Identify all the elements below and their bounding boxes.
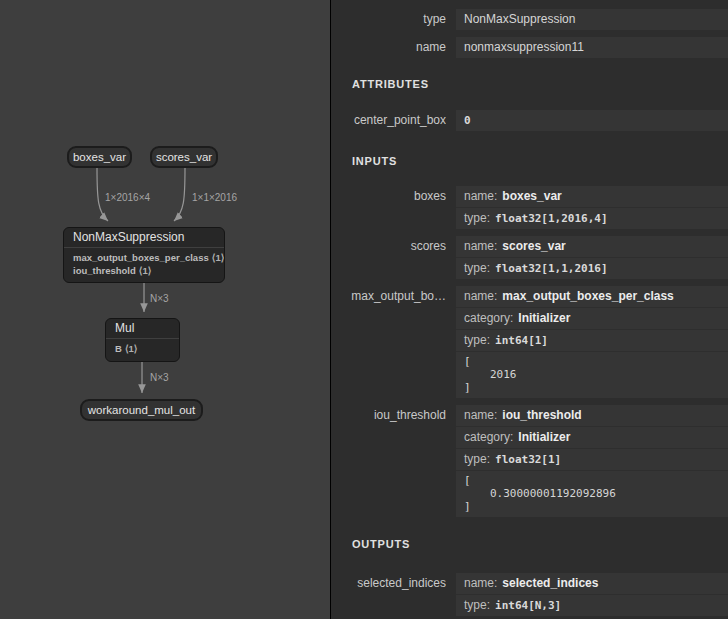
- tensor-type-line: type:float32[1]: [456, 448, 728, 470]
- selected-indices-value-box[interactable]: name:selected_indices type:int64[N,3]: [456, 573, 728, 616]
- property-row-type: type NonMaxSuppression: [331, 9, 728, 30]
- key-type: type:: [464, 333, 490, 347]
- key-category: category:: [464, 430, 513, 444]
- attr-name: max_output_boxes_per_class: [73, 252, 209, 263]
- center-point-box-value-box[interactable]: 0: [456, 110, 728, 131]
- graph-node-boxes-var[interactable]: boxes_var: [67, 146, 132, 168]
- tensor-category-line: category:Initializer: [456, 307, 728, 329]
- property-row-name: name nonmaxsuppression11: [331, 37, 728, 58]
- input-row-max-output-boxes-per-class: max_output_bo… name:max_output_boxes_per…: [331, 286, 728, 398]
- tensor-type: int64[N,3]: [495, 599, 561, 612]
- attr-count: ⟨1⟩: [212, 252, 225, 263]
- graph-canvas[interactable]: boxes_var scores_var 1×2016×4 1×1×2016 N…: [0, 0, 331, 619]
- node-label: scores_var: [156, 151, 212, 163]
- input-label: max_output_bo…: [331, 286, 446, 307]
- tensor-value: 2016: [464, 368, 728, 381]
- node-attr: max_output_boxes_per_class⟨1⟩: [73, 252, 215, 265]
- tensor-name: max_output_boxes_per_class: [502, 289, 673, 303]
- node-properties-panel: type NonMaxSuppression name nonmaxsuppre…: [331, 0, 728, 619]
- node-title: Mul: [106, 319, 179, 339]
- key-type: type:: [464, 261, 490, 275]
- tensor-name: selected_indices: [502, 576, 598, 590]
- type-value: NonMaxSuppression: [456, 9, 728, 30]
- graph-node-workaround-mul-out[interactable]: workaround_mul_out: [80, 399, 203, 421]
- tensor-value-block: [ 0.30000001192092896 ]: [456, 470, 728, 517]
- bracket-open: [: [464, 355, 728, 368]
- tensor-name-line: name:selected_indices: [456, 573, 728, 594]
- tensor-type: int64[1]: [495, 334, 548, 347]
- name-value: nonmaxsuppression11: [456, 37, 728, 58]
- bracket-open: [: [464, 474, 728, 487]
- tensor-category: Initializer: [518, 311, 570, 325]
- scores-value-box[interactable]: name:scores_var type:float32[1,1,2016]: [456, 236, 728, 279]
- tensor-name: boxes_var: [502, 189, 561, 203]
- node-attr: B⟨1⟩: [115, 343, 170, 356]
- input-label: scores: [331, 236, 446, 257]
- bracket-close: ]: [464, 381, 728, 394]
- graph-edges: [0, 0, 331, 619]
- attr-name: B: [115, 343, 122, 354]
- tensor-category: Initializer: [518, 430, 570, 444]
- attribute-value-text: 0: [464, 114, 471, 127]
- graph-node-scores-var[interactable]: scores_var: [150, 146, 218, 168]
- edge-shape-label: 1×2016×4: [105, 192, 150, 203]
- tensor-name-line: name:max_output_boxes_per_class: [456, 286, 728, 307]
- name-value-text: nonmaxsuppression11: [464, 40, 584, 54]
- section-title-outputs: OUTPUTS: [352, 538, 728, 550]
- output-row-selected-indices: selected_indices name:selected_indices t…: [331, 573, 728, 616]
- tensor-type-line: type:int64[1]: [456, 329, 728, 351]
- attr-count: ⟨1⟩: [125, 343, 138, 354]
- node-label: workaround_mul_out: [88, 404, 195, 416]
- section-title-attributes: ATTRIBUTES: [352, 78, 728, 90]
- graph-node-mul[interactable]: Mul B⟨1⟩: [105, 318, 180, 362]
- property-label-type: type: [331, 9, 446, 30]
- attr-count: ⟨1⟩: [139, 265, 152, 276]
- graph-node-nonmaxsuppression[interactable]: NonMaxSuppression max_output_boxes_per_c…: [63, 227, 225, 283]
- tensor-value-block: [ 2016 ]: [456, 351, 728, 398]
- input-label: boxes: [331, 186, 446, 207]
- type-value-text: NonMaxSuppression: [464, 12, 575, 26]
- attribute-value: 0: [456, 110, 728, 131]
- tensor-name-line: name:boxes_var: [456, 186, 728, 207]
- iou-threshold-value-box[interactable]: name:iou_threshold category:Initializer …: [456, 405, 728, 517]
- attr-name: iou_threshold: [73, 265, 136, 276]
- key-type: type:: [464, 211, 490, 225]
- type-value-box[interactable]: NonMaxSuppression: [456, 9, 728, 30]
- tensor-name: scores_var: [502, 239, 565, 253]
- property-label-name: name: [331, 37, 446, 58]
- attribute-row-center-point-box: center_point_box 0: [331, 110, 728, 131]
- key-type: type:: [464, 598, 490, 612]
- input-label: iou_threshold: [331, 405, 446, 426]
- tensor-name-line: name:iou_threshold: [456, 405, 728, 426]
- attribute-label: center_point_box: [331, 110, 446, 131]
- tensor-name-line: name:scores_var: [456, 236, 728, 257]
- key-type: type:: [464, 452, 490, 466]
- edge-shape-label: N×3: [150, 372, 169, 383]
- tensor-value: 0.30000001192092896: [464, 487, 728, 500]
- edge-shape-label: N×3: [150, 293, 169, 304]
- key-category: category:: [464, 311, 513, 325]
- boxes-value-box[interactable]: name:boxes_var type:float32[1,2016,4]: [456, 186, 728, 229]
- output-label: selected_indices: [331, 573, 446, 594]
- node-attr: iou_threshold⟨1⟩: [73, 265, 215, 278]
- node-attributes: max_output_boxes_per_class⟨1⟩ iou_thresh…: [64, 248, 224, 282]
- max-output-value-box[interactable]: name:max_output_boxes_per_class category…: [456, 286, 728, 398]
- key-name: name:: [464, 408, 497, 422]
- key-name: name:: [464, 576, 497, 590]
- tensor-type-line: type:float32[1,1,2016]: [456, 257, 728, 279]
- key-name: name:: [464, 239, 497, 253]
- section-title-inputs: INPUTS: [352, 155, 728, 167]
- tensor-type: float32[1]: [495, 453, 561, 466]
- bracket-close: ]: [464, 500, 728, 513]
- key-name: name:: [464, 189, 497, 203]
- node-title: NonMaxSuppression: [64, 228, 224, 248]
- tensor-type-line: type:float32[1,2016,4]: [456, 207, 728, 229]
- input-row-scores: scores name:scores_var type:float32[1,1,…: [331, 236, 728, 279]
- tensor-type: float32[1,1,2016]: [495, 262, 608, 275]
- input-row-boxes: boxes name:boxes_var type:float32[1,2016…: [331, 186, 728, 229]
- edge-shape-label: 1×1×2016: [192, 192, 237, 203]
- name-value-box[interactable]: nonmaxsuppression11: [456, 37, 728, 58]
- tensor-name: iou_threshold: [502, 408, 581, 422]
- input-row-iou-threshold: iou_threshold name:iou_threshold categor…: [331, 405, 728, 517]
- key-name: name:: [464, 289, 497, 303]
